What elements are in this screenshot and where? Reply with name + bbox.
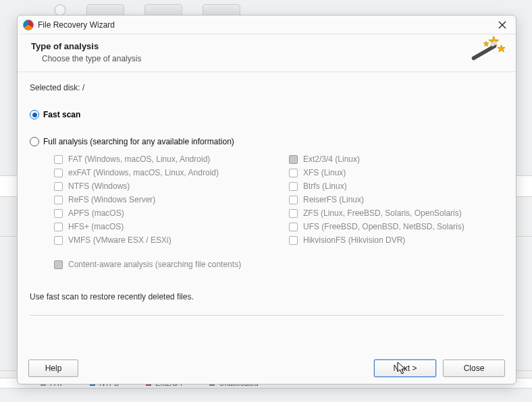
checkbox-vmfs[interactable]: VMFS (VMware ESX / ESXi) xyxy=(54,235,269,245)
checkbox-icon xyxy=(289,223,298,231)
checkbox-ext[interactable]: Ext2/3/4 (Linux) xyxy=(289,154,504,164)
divider xyxy=(30,315,504,316)
radio-label: Full analysis (searching for any availab… xyxy=(43,137,234,146)
checkbox-content-aware[interactable]: Content-aware analysis (searching file c… xyxy=(54,260,504,269)
checkbox-icon xyxy=(289,209,298,218)
checkbox-icon xyxy=(289,196,298,204)
wizard-header: Type of analysis Choose the type of anal… xyxy=(18,34,516,72)
checkbox-btrfs[interactable]: Btrfs (Linux) xyxy=(289,181,504,191)
checkbox-icon xyxy=(54,223,63,231)
radio-full-analysis[interactable]: Full analysis (searching for any availab… xyxy=(30,137,504,146)
svg-marker-2 xyxy=(483,41,488,46)
checkbox-fat[interactable]: FAT (Windows, macOS, Linux, Android) xyxy=(54,154,269,164)
close-button[interactable]: Close xyxy=(443,360,505,377)
wizard-dialog: File Recovery Wizard Type of analysis Ch… xyxy=(17,15,516,384)
checkbox-exfat[interactable]: exFAT (Windows, macOS, Linux, Android) xyxy=(54,168,269,177)
filesystem-grid: FAT (Windows, macOS, Linux, Android) Ext… xyxy=(54,154,504,245)
wizard-body: Selected disk: / Fast scan Full analysis… xyxy=(18,72,516,353)
close-icon[interactable] xyxy=(493,18,512,32)
hint-text: Use fast scan to restore recently delete… xyxy=(30,292,504,302)
checkbox-icon xyxy=(54,169,63,177)
checkbox-icon xyxy=(289,169,298,177)
checkbox-ufs[interactable]: UFS (FreeBSD, OpenBSD, NetBSD, Solaris) xyxy=(289,222,504,231)
selected-disk-label: Selected disk: / xyxy=(30,83,504,92)
checkbox-icon xyxy=(54,209,63,218)
window-title: File Recovery Wizard xyxy=(38,20,115,30)
radio-icon xyxy=(30,137,39,146)
checkbox-icon xyxy=(289,236,298,245)
radio-label: Fast scan xyxy=(43,110,80,119)
svg-marker-1 xyxy=(498,45,505,52)
help-button[interactable]: Help xyxy=(28,360,78,377)
checkbox-icon xyxy=(54,196,63,204)
next-button[interactable]: Next > xyxy=(374,360,436,377)
checkbox-hikvisionfs[interactable]: HikvisionFS (Hikvision DVR) xyxy=(289,235,504,245)
page-subtitle: Choose the type of analysis xyxy=(31,51,502,67)
checkbox-icon xyxy=(289,155,298,164)
page-title: Type of analysis xyxy=(31,41,502,51)
checkbox-icon xyxy=(54,182,63,191)
checkbox-ntfs[interactable]: NTFS (Windows) xyxy=(54,181,269,191)
titlebar[interactable]: File Recovery Wizard xyxy=(18,16,516,34)
svg-rect-3 xyxy=(471,44,497,61)
checkbox-icon xyxy=(54,155,63,164)
checkbox-apfs[interactable]: APFS (macOS) xyxy=(54,208,269,218)
checkbox-icon xyxy=(54,236,63,245)
radio-fast-scan[interactable]: Fast scan xyxy=(30,110,504,119)
checkbox-icon xyxy=(54,260,63,269)
checkbox-icon xyxy=(289,182,298,191)
checkbox-zfs[interactable]: ZFS (Linux, FreeBSD, Solaris, OpenSolari… xyxy=(289,208,504,218)
app-icon xyxy=(23,20,34,30)
checkbox-hfsplus[interactable]: HFS+ (macOS) xyxy=(54,222,269,231)
checkbox-refs[interactable]: ReFS (Windows Server) xyxy=(54,195,269,204)
checkbox-xfs[interactable]: XFS (Linux) xyxy=(289,168,504,177)
wand-icon xyxy=(469,34,506,67)
radio-icon xyxy=(30,110,39,119)
checkbox-reiserfs[interactable]: ReiserFS (Linux) xyxy=(289,195,504,204)
wizard-footer: Help Next > Close xyxy=(18,353,516,384)
